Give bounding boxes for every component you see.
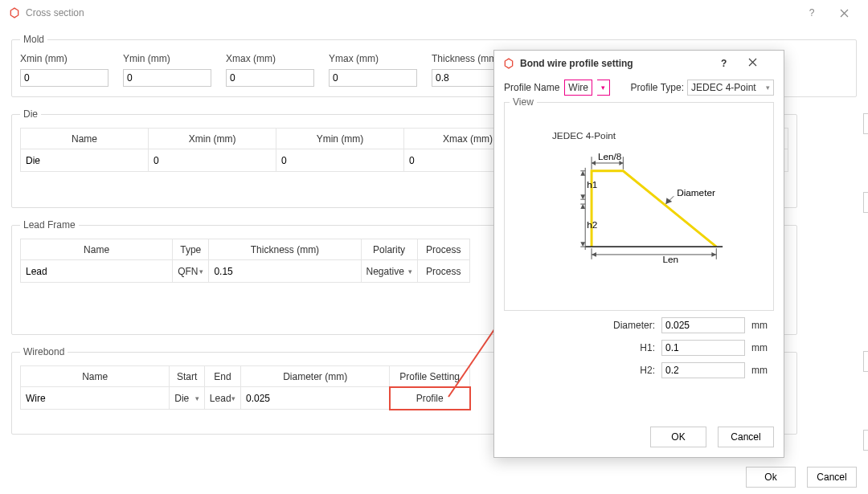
- leadframe-table: Name Type Thickness (mm) Polarity Proces…: [20, 239, 470, 283]
- profile-view-panel: View JEDEC 4-Point Len/8: [504, 102, 774, 311]
- chevron-down-icon: ▾: [766, 84, 770, 92]
- svg-marker-2: [592, 161, 596, 165]
- dialog-help-button[interactable]: ?: [721, 58, 748, 69]
- lead-thickness-input[interactable]: [214, 263, 355, 280]
- lead-col-name: Name: [21, 239, 173, 260]
- lead-name-input[interactable]: [26, 263, 167, 280]
- die-legend: Die: [20, 108, 41, 120]
- dialog-ok-button[interactable]: OK: [650, 427, 706, 447]
- h1-unit: mm: [751, 342, 774, 353]
- lead-col-thickness: Thickness (mm): [209, 239, 361, 260]
- wb-start-value: Die: [174, 393, 189, 404]
- die-col-ymin: Ymin (mm): [276, 129, 404, 149]
- lead-polarity-value: Negative: [366, 266, 404, 277]
- mold-legend: Mold: [20, 34, 47, 45]
- lead-process-label: Process: [426, 266, 461, 277]
- svg-text:h2: h2: [587, 219, 597, 230]
- diagram-title: JEDEC 4-Point: [552, 131, 616, 141]
- mold-xmax-input[interactable]: [226, 69, 314, 87]
- wb-start-select[interactable]: Die▾: [170, 387, 205, 410]
- dialog-cancel-button[interactable]: Cancel: [718, 427, 774, 447]
- svg-text:h1: h1: [587, 179, 597, 190]
- h2-label: H2:: [599, 365, 655, 376]
- die-remove-button[interactable]: Remove: [863, 192, 868, 213]
- mold-ymax-label: Ymax (mm): [329, 53, 417, 64]
- die-ymin-input[interactable]: [281, 152, 399, 169]
- app-logo-icon: [8, 6, 21, 19]
- wirebond-table: Name Start End Diameter (mm) Profile Set…: [20, 365, 470, 410]
- leadframe-legend: Lead Frame: [20, 219, 79, 231]
- lead-col-type: Type: [173, 239, 209, 260]
- wb-diameter-input[interactable]: [246, 390, 384, 407]
- diameter-input[interactable]: [661, 317, 745, 333]
- profile-name-combo[interactable]: Wire: [564, 80, 592, 96]
- mold-ymin-label: Ymin (mm): [123, 53, 211, 64]
- wb-end-select[interactable]: Lead▾: [204, 387, 240, 410]
- view-legend: View: [510, 96, 537, 108]
- die-col-xmin: Xmin (mm): [149, 129, 276, 149]
- wb-col-profile: Profile Setting: [390, 366, 470, 387]
- wb-name-input[interactable]: [26, 390, 164, 407]
- profile-type-value: JEDEC 4-Point: [691, 82, 756, 93]
- chevron-down-icon: ▾: [408, 267, 412, 276]
- dialog-title: Bond wire profile setting: [520, 58, 633, 69]
- svg-marker-23: [592, 252, 596, 257]
- close-button[interactable]: [828, 2, 860, 24]
- svg-marker-12: [580, 194, 585, 199]
- close-icon: [748, 58, 757, 67]
- window-title: Cross section: [26, 7, 84, 18]
- mold-xmin-label: Xmin (mm): [20, 53, 108, 64]
- mold-ymax-input[interactable]: [329, 69, 417, 87]
- lead-type-value: QFN: [178, 266, 198, 277]
- die-name-input[interactable]: [26, 152, 143, 169]
- diameter-label: Diameter:: [599, 320, 655, 331]
- dialog-close-button[interactable]: [748, 58, 776, 69]
- lead-col-polarity: Polarity: [361, 239, 417, 260]
- main-cancel-button[interactable]: Cancel: [807, 467, 857, 488]
- profile-name-label: Profile Name: [504, 82, 559, 93]
- main-ok-button[interactable]: Ok: [746, 467, 796, 488]
- wb-end-value: Lead: [210, 393, 231, 404]
- bondwire-profile-dialog: Bond wire profile setting ? Profile Name…: [493, 50, 784, 458]
- mold-xmin-input[interactable]: [20, 69, 108, 87]
- help-button[interactable]: ?: [796, 2, 828, 24]
- diameter-unit: mm: [751, 320, 774, 331]
- mold-xmax-label: Xmax (mm): [226, 53, 314, 64]
- wb-col-name: Name: [21, 366, 170, 387]
- h2-input[interactable]: [661, 362, 745, 378]
- lead-col-process: Process: [417, 239, 469, 260]
- close-icon: [840, 9, 849, 18]
- profile-type-label: Profile Type:: [631, 82, 684, 93]
- mold-ymin-input[interactable]: [123, 69, 211, 87]
- svg-marker-24: [711, 252, 716, 257]
- h2-unit: mm: [751, 365, 774, 376]
- svg-marker-11: [580, 171, 585, 176]
- die-add-button[interactable]: Add: [863, 113, 868, 134]
- lead-process-button[interactable]: Process: [417, 260, 469, 283]
- wb-col-diameter: Diameter (mm): [240, 366, 389, 387]
- profile-name-dropdown-button[interactable]: ▾: [597, 80, 610, 96]
- svg-text:Len/8: Len/8: [598, 151, 622, 161]
- wirebond-remove-button[interactable]: Remove: [863, 430, 868, 451]
- svg-marker-17: [580, 242, 585, 247]
- h1-input[interactable]: [661, 340, 745, 356]
- die-xmin-input[interactable]: [154, 152, 271, 169]
- svg-text:Len: Len: [662, 254, 678, 264]
- window-titlebar: Cross section ?: [0, 0, 868, 26]
- wb-profile-label: Profile: [416, 393, 444, 404]
- wirebond-legend: Wirebond: [20, 346, 68, 357]
- svg-text:Diameter: Diameter: [677, 187, 715, 198]
- die-col-name: Name: [21, 129, 149, 149]
- h1-label: H1:: [599, 342, 655, 353]
- wb-col-end: End: [204, 366, 240, 387]
- wb-col-start: Start: [170, 366, 205, 387]
- lead-type-select[interactable]: QFN▾: [173, 260, 209, 283]
- wirebond-add-button[interactable]: Add: [863, 351, 868, 372]
- chevron-down-icon: ▾: [195, 394, 199, 402]
- profile-type-select[interactable]: JEDEC 4-Point ▾: [687, 80, 774, 96]
- app-logo-icon: [502, 57, 515, 70]
- wirebond-row[interactable]: Die▾ Lead▾ Profile: [21, 387, 470, 410]
- lead-polarity-select[interactable]: Negative▾: [361, 260, 417, 283]
- lead-row[interactable]: QFN▾ Negative▾ Process: [21, 260, 470, 283]
- wb-profile-button[interactable]: Profile: [390, 387, 470, 410]
